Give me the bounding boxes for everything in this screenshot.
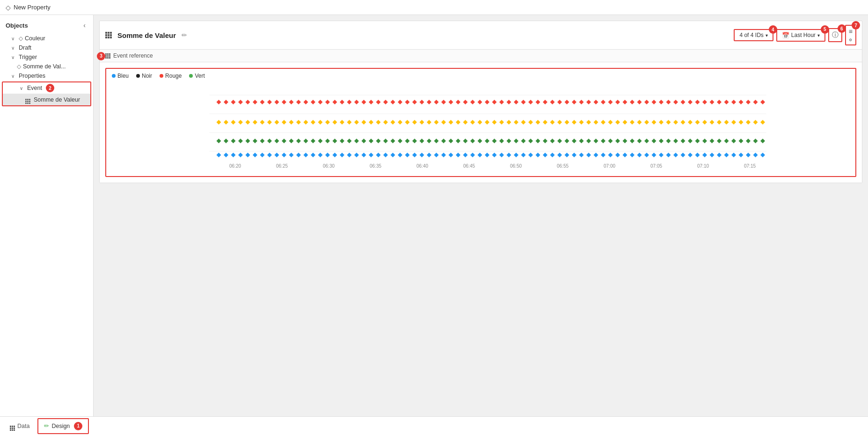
- svg-marker-125: [543, 120, 547, 125]
- svg-marker-221: [688, 139, 693, 143]
- sidebar-item-event[interactable]: ∨ Event 2: [3, 82, 90, 94]
- svg-text:06:50: 06:50: [510, 163, 522, 169]
- svg-marker-111: [441, 120, 446, 125]
- svg-marker-56: [594, 100, 598, 104]
- svg-marker-101: [369, 120, 373, 125]
- sidebar-item-somme-valeur[interactable]: Somme de Valeur: [3, 94, 90, 105]
- svg-marker-258: [405, 153, 410, 157]
- svg-marker-59: [615, 100, 620, 104]
- svg-marker-257: [398, 153, 402, 157]
- svg-marker-70: [695, 100, 700, 104]
- time-range-label: Last Hour: [791, 32, 816, 38]
- svg-marker-244: [304, 153, 308, 157]
- svg-marker-174: [347, 139, 352, 143]
- svg-marker-63: [644, 100, 649, 104]
- svg-marker-66: [666, 100, 671, 104]
- svg-marker-130: [579, 120, 584, 125]
- svg-marker-248: [333, 153, 337, 157]
- svg-marker-116: [478, 120, 482, 125]
- sidebar-item-trigger[interactable]: ∨ Trigger: [0, 52, 93, 62]
- svg-marker-290: [637, 153, 642, 157]
- svg-marker-173: [340, 139, 344, 143]
- vert-series: [217, 120, 766, 125]
- svg-marker-45: [514, 100, 518, 104]
- svg-marker-194: [492, 139, 497, 143]
- sidebar-collapse-button[interactable]: ‹: [81, 21, 88, 30]
- time-range-button[interactable]: 📅 Last Hour ▾: [776, 29, 825, 42]
- svg-marker-109: [427, 120, 431, 125]
- svg-marker-19: [325, 100, 330, 104]
- ids-filter-button[interactable]: 4 of 4 IDs ▾: [734, 29, 773, 41]
- svg-marker-137: [630, 120, 635, 125]
- svg-marker-232: [217, 153, 221, 157]
- svg-marker-241: [282, 153, 286, 157]
- svg-marker-299: [702, 153, 707, 157]
- svg-marker-160: [246, 139, 250, 143]
- svg-marker-97: [340, 120, 344, 125]
- svg-marker-200: [536, 139, 540, 143]
- couleur-icon: ◇: [19, 35, 23, 42]
- svg-marker-302: [724, 153, 729, 157]
- svg-marker-57: [601, 100, 605, 104]
- svg-marker-217: [659, 139, 664, 143]
- svg-marker-277: [543, 153, 547, 157]
- svg-marker-96: [333, 120, 337, 125]
- svg-marker-191: [470, 139, 475, 143]
- svg-marker-180: [391, 139, 395, 143]
- svg-marker-100: [362, 120, 366, 125]
- svg-marker-12: [275, 100, 279, 104]
- svg-marker-34: [434, 100, 439, 104]
- svg-marker-149: [717, 120, 722, 125]
- annotation-badge-2: 2: [46, 84, 54, 92]
- svg-marker-271: [499, 153, 504, 157]
- svg-marker-83: [238, 120, 243, 125]
- svg-marker-242: [289, 153, 294, 157]
- svg-marker-77: [746, 100, 751, 104]
- svg-marker-90: [289, 120, 294, 125]
- svg-marker-108: [420, 120, 424, 125]
- svg-marker-190: [463, 139, 468, 143]
- tab-design[interactable]: ✏ Design 1: [37, 418, 89, 434]
- svg-marker-182: [405, 139, 410, 143]
- tab-data[interactable]: Data: [4, 418, 36, 434]
- svg-text:06:35: 06:35: [370, 163, 381, 169]
- svg-marker-218: [666, 139, 671, 143]
- sidebar-item-couleur[interactable]: ∨ ◇ Couleur: [0, 34, 93, 43]
- legend-dot-noir: [136, 74, 140, 78]
- svg-marker-37: [456, 100, 460, 104]
- svg-marker-275: [528, 153, 533, 157]
- svg-marker-50: [550, 100, 555, 104]
- svg-marker-177: [369, 139, 373, 143]
- svg-marker-303: [731, 153, 736, 157]
- svg-marker-266: [463, 153, 468, 157]
- svg-marker-110: [434, 120, 439, 125]
- svg-text:06:55: 06:55: [557, 163, 569, 169]
- main-layout: Objects ‹ ∨ ◇ Couleur ∨ Draft ∨ Trigger …: [0, 15, 868, 416]
- sidebar-item-draft[interactable]: ∨ Draft: [0, 43, 93, 52]
- arrow-icon: ∨: [20, 86, 25, 91]
- svg-marker-81: [224, 120, 228, 125]
- svg-marker-144: [681, 120, 686, 125]
- svg-marker-223: [702, 139, 707, 143]
- svg-marker-86: [260, 120, 265, 125]
- svg-marker-61: [630, 100, 635, 104]
- svg-marker-293: [659, 153, 664, 157]
- svg-marker-196: [507, 139, 511, 143]
- svg-marker-268: [478, 153, 482, 157]
- svg-marker-202: [550, 139, 555, 143]
- svg-marker-219: [673, 139, 678, 143]
- svg-marker-41: [485, 100, 489, 104]
- arrow-icon: ∨: [11, 55, 17, 60]
- sidebar-item-properties[interactable]: ∨ Properties: [0, 71, 93, 81]
- svg-marker-22: [347, 100, 352, 104]
- svg-marker-294: [666, 153, 671, 157]
- svg-marker-145: [688, 120, 693, 125]
- svg-marker-21: [340, 100, 344, 104]
- svg-marker-49: [543, 100, 547, 104]
- chart-title-area: Somme de Valeur ✏: [105, 30, 189, 40]
- edit-title-button[interactable]: ✏: [180, 30, 189, 40]
- svg-marker-105: [398, 120, 402, 125]
- svg-marker-198: [521, 139, 526, 143]
- sidebar-item-somme-trigger[interactable]: ◇ Somme de Val...: [0, 62, 93, 71]
- svg-marker-209: [601, 139, 605, 143]
